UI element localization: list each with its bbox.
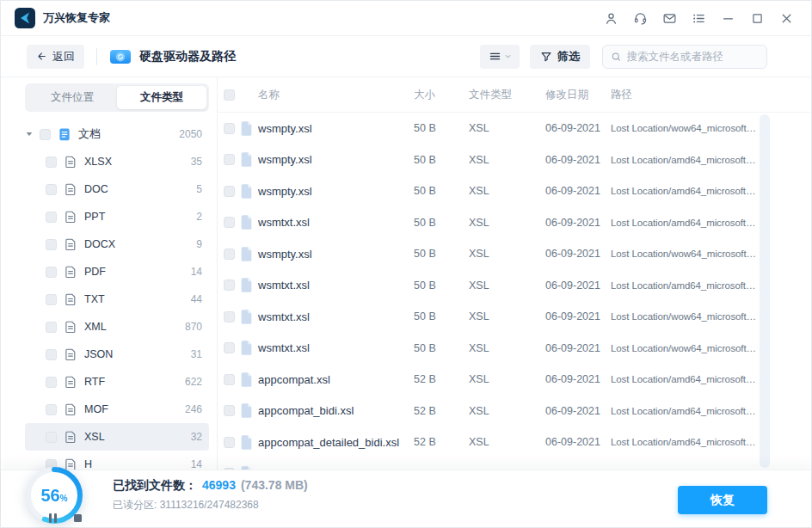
group-checkbox[interactable] bbox=[40, 129, 51, 140]
row-checkbox[interactable] bbox=[224, 186, 235, 197]
file-type-item[interactable]: XSL 32 bbox=[25, 423, 209, 451]
item-checkbox[interactable] bbox=[46, 404, 57, 415]
search-input[interactable] bbox=[627, 51, 760, 63]
back-button[interactable]: 返回 bbox=[27, 45, 84, 69]
table-header: 名称 大小 文件类型 修改日期 路径 bbox=[218, 77, 811, 113]
app-logo-icon bbox=[15, 8, 35, 28]
file-date: 06-09-2021 bbox=[545, 122, 611, 134]
item-checkbox[interactable] bbox=[46, 267, 57, 278]
file-icon bbox=[240, 215, 253, 230]
file-date: 06-09-2021 bbox=[545, 154, 611, 166]
table-row[interactable]: appcompat.xsl 52 B XSL 06-09-2021 Lost L… bbox=[218, 364, 811, 396]
file-type-item[interactable]: JSON 31 bbox=[25, 341, 209, 368]
minimize-icon[interactable] bbox=[720, 10, 735, 26]
row-checkbox[interactable] bbox=[224, 311, 235, 322]
item-checkbox[interactable] bbox=[46, 349, 57, 360]
file-type-label: H bbox=[84, 458, 191, 470]
tab-file-location[interactable]: 文件位置 bbox=[28, 86, 117, 109]
file-icon bbox=[240, 152, 253, 167]
support-headset-icon[interactable] bbox=[632, 10, 648, 26]
select-all-checkbox[interactable] bbox=[224, 89, 235, 101]
pause-scan-button[interactable] bbox=[49, 513, 57, 523]
row-checkbox[interactable] bbox=[224, 154, 235, 165]
table-row[interactable]: wsmtxt.xsl 50 B XSL 06-09-2021 Lost Loca… bbox=[218, 333, 811, 365]
file-type-label: PPT bbox=[84, 211, 196, 223]
file-date: 06-09-2021 bbox=[545, 436, 611, 448]
task-list-icon[interactable] bbox=[691, 10, 706, 26]
row-checkbox[interactable] bbox=[224, 279, 235, 291]
file-size: 52 B bbox=[414, 373, 469, 385]
item-checkbox[interactable] bbox=[46, 239, 57, 250]
item-checkbox[interactable] bbox=[46, 432, 57, 443]
row-checkbox[interactable] bbox=[224, 405, 235, 416]
tree-group-documents[interactable]: 文档 2050 bbox=[25, 120, 209, 148]
vertical-scrollbar[interactable] bbox=[760, 114, 770, 468]
table-row[interactable]: wsmpty.xsl 50 B XSL 06-09-2021 Lost Loca… bbox=[218, 113, 811, 144]
file-type-item[interactable]: DOC 5 bbox=[25, 175, 209, 203]
item-checkbox[interactable] bbox=[46, 294, 57, 305]
file-type: XSL bbox=[469, 373, 545, 385]
title-bar: 万兴恢复专家 bbox=[1, 1, 811, 36]
chevron-down-icon bbox=[504, 52, 512, 60]
account-icon[interactable] bbox=[603, 10, 618, 26]
file-type-count: 246 bbox=[185, 403, 202, 415]
view-mode-button[interactable] bbox=[480, 45, 520, 69]
file-type-item[interactable]: DOCX 9 bbox=[25, 230, 209, 258]
file-type-label: XLSX bbox=[84, 156, 191, 168]
file-date: 06-09-2021 bbox=[545, 217, 611, 229]
file-type-item[interactable]: XLSX 35 bbox=[25, 148, 209, 175]
row-checkbox[interactable] bbox=[224, 342, 235, 353]
table-row[interactable]: wsmpty.xsl 50 B XSL 06-09-2021 Lost Loca… bbox=[218, 144, 811, 176]
caret-down-icon[interactable] bbox=[25, 130, 34, 138]
file-path: Lost Location/amd64_microsoft-wind... bbox=[611, 437, 811, 447]
file-type-label: MOF bbox=[84, 403, 185, 415]
table-row[interactable]: wsmtxt.xsl 50 B XSL 06-09-2021 Lost Loca… bbox=[218, 207, 811, 239]
item-checkbox[interactable] bbox=[46, 377, 57, 388]
sidebar-tabs: 文件位置 文件类型 bbox=[25, 83, 209, 112]
recover-button[interactable]: 恢复 bbox=[678, 486, 767, 514]
stop-scan-button[interactable] bbox=[74, 514, 82, 522]
file-type-count: 5 bbox=[196, 183, 202, 195]
file-name: wsmpty.xsl bbox=[258, 185, 414, 198]
item-checkbox[interactable] bbox=[46, 184, 57, 195]
table-row[interactable]: wsmpty.xsl 50 B XSL 06-09-2021 Lost Loca… bbox=[218, 175, 811, 207]
file-type-icon bbox=[64, 265, 77, 279]
file-type-count: 9 bbox=[196, 238, 202, 250]
table-row[interactable]: appcompat_bidi.xsl 52 B XSL 06-09-2021 L… bbox=[218, 396, 811, 427]
file-type-item[interactable]: RTF 622 bbox=[25, 368, 209, 396]
file-name: wsmpty.xsl bbox=[258, 122, 414, 135]
file-size: 50 B bbox=[414, 122, 469, 134]
table-row[interactable]: wsmtxt.xsl 50 B XSL 06-09-2021 Lost Loca… bbox=[218, 270, 811, 302]
table-row[interactable]: wsmtxt.xsl 50 B XSL 06-09-2021 Lost Loca… bbox=[218, 301, 811, 333]
item-checkbox[interactable] bbox=[46, 212, 57, 223]
row-checkbox[interactable] bbox=[224, 123, 235, 134]
row-checkbox[interactable] bbox=[224, 217, 235, 228]
file-name: wsmtxt.xsl bbox=[258, 310, 414, 323]
file-type-item[interactable]: XML 870 bbox=[25, 313, 209, 341]
file-type-count: 31 bbox=[191, 348, 202, 360]
file-type-item[interactable]: PDF 14 bbox=[25, 258, 209, 285]
found-files-label: 已找到文件数： bbox=[113, 478, 197, 494]
filter-button[interactable]: 筛选 bbox=[530, 45, 590, 69]
file-type-item[interactable]: PPT 2 bbox=[25, 203, 209, 230]
file-type-item[interactable]: MOF 246 bbox=[25, 396, 209, 423]
maximize-icon[interactable] bbox=[749, 10, 765, 26]
feedback-mail-icon[interactable] bbox=[661, 10, 677, 26]
table-row[interactable]: appcompat_detailed_bidi_txt 52 B XSL 06-… bbox=[218, 458, 811, 470]
file-type-icon bbox=[64, 320, 77, 334]
item-checkbox[interactable] bbox=[46, 322, 57, 333]
column-type: 文件类型 bbox=[469, 88, 545, 102]
row-checkbox[interactable] bbox=[224, 374, 235, 385]
file-type-item[interactable]: TXT 44 bbox=[25, 285, 209, 313]
file-name: wsmtxt.xsl bbox=[258, 279, 414, 292]
table-row[interactable]: wsmpty.xsl 50 B XSL 06-09-2021 Lost Loca… bbox=[218, 238, 811, 270]
row-checkbox[interactable] bbox=[224, 249, 235, 260]
tab-file-type[interactable]: 文件类型 bbox=[117, 86, 206, 109]
close-icon[interactable] bbox=[778, 10, 794, 26]
search-box bbox=[602, 45, 767, 69]
table-row[interactable]: appcompat_detailed_bidi.xsl 52 B XSL 06-… bbox=[218, 427, 811, 458]
documents-folder-icon bbox=[58, 127, 71, 141]
item-checkbox[interactable] bbox=[46, 157, 57, 168]
file-type-list: XLSX 35 DOC 5 PPT 2 DOCX 9 PDF 14 bbox=[25, 148, 209, 478]
row-checkbox[interactable] bbox=[224, 437, 235, 448]
